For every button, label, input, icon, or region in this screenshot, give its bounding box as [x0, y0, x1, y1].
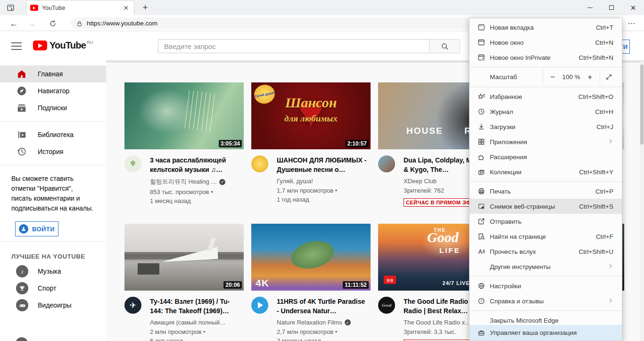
browser-tab-youtube[interactable]: YouTube ✕ — [26, 0, 134, 15]
settings-and-more-button[interactable]: ⋯ — [625, 17, 638, 29]
maximize-button[interactable] — [601, 0, 622, 15]
channel-avatar[interactable] — [124, 155, 141, 172]
back-button[interactable]: ← — [8, 17, 20, 30]
menu-item-more-tools[interactable]: Другие инструменты — [470, 259, 622, 274]
channel-name[interactable]: Авиация (самый полный… — [150, 319, 226, 326]
menu-item-settings[interactable]: Настройки — [470, 278, 622, 293]
sidebar-item-home[interactable]: Главная — [0, 65, 106, 82]
video-views: 2 млн просмотров • — [150, 328, 206, 335]
submenu-chevron-icon — [608, 263, 613, 270]
edge-menu: Новая вкладка Ctrl+T Новое окно Ctrl+N Н… — [469, 18, 622, 341]
menu-item-favorites[interactable]: Избранное Ctrl+Shift+O — [470, 89, 622, 104]
page-scrollbar[interactable] — [640, 62, 644, 341]
video-views: 1,7 млн просмотров • — [277, 187, 337, 194]
menu-shortcut: Ctrl+T — [596, 24, 613, 31]
share-icon — [477, 218, 485, 226]
menu-item-managed-by-organization[interactable]: Управляет ваша организация — [470, 325, 622, 341]
channel-avatar[interactable]: ✈ — [124, 297, 141, 314]
sidebar-item-subscriptions[interactable]: Подписки — [0, 99, 106, 116]
channel-name[interactable]: The Good Life Radio x… — [404, 319, 471, 326]
channel-avatar[interactable] — [251, 297, 268, 314]
submenu-chevron-icon — [608, 138, 613, 146]
forward-button[interactable]: → — [25, 17, 38, 30]
video-thumbnail[interactable]: 4K 11:11:52 — [251, 224, 371, 291]
channel-avatar[interactable] — [378, 155, 395, 172]
scrollbar-thumb[interactable] — [640, 65, 644, 145]
tab-actions-icon — [7, 4, 15, 12]
refresh-button[interactable] — [47, 17, 59, 30]
video-age: 1 месяц назад — [150, 197, 191, 204]
channel-name[interactable]: Гуляй, душа! — [277, 178, 313, 185]
video-age: 6 лет назад — [150, 337, 183, 341]
menu-label: Управляет ваша организация — [490, 329, 613, 336]
zoom-out-button[interactable]: − — [545, 73, 560, 82]
menu-label: Приложения — [490, 138, 604, 146]
zoom-in-button[interactable]: + — [582, 73, 597, 82]
sidebar-item-sport[interactable]: Спорт — [0, 280, 106, 297]
youtube-logo[interactable]: YouTube RU — [33, 41, 93, 50]
zoom-separator — [600, 69, 600, 85]
read-aloud-icon — [477, 248, 485, 256]
sidebar-item-explore[interactable]: Навигатор — [0, 82, 106, 99]
tab-actions-button[interactable] — [6, 3, 15, 12]
compass-icon — [16, 85, 27, 97]
duration-badge: 2:10:57 — [346, 140, 369, 147]
menu-shortcut: Ctrl+Shift+O — [578, 93, 613, 100]
menu-item-share[interactable]: Отправить — [470, 214, 622, 229]
new-tab-button[interactable]: + — [139, 2, 151, 13]
channel-avatar[interactable]: Good — [378, 297, 395, 314]
harp-strings — [184, 90, 216, 132]
menu-shortcut: Ctrl+P — [595, 188, 613, 195]
menu-item-web-capture[interactable]: Снимок веб-страницы Ctrl+Shift+S — [470, 199, 622, 214]
menu-item-downloads[interactable]: Загрузки Ctrl+J — [470, 119, 622, 134]
channel-avatar[interactable] — [251, 155, 268, 172]
sidebar-item-history[interactable]: История — [0, 143, 106, 160]
menu-item-help-and-feedback[interactable]: ? Справка и отзывы — [470, 293, 622, 309]
menu-item-new-tab[interactable]: Новая вкладка Ctrl+T — [470, 20, 622, 35]
sidebar-item-library[interactable]: Библиотека — [0, 126, 106, 143]
menu-item-print[interactable]: Печать Ctrl+P — [470, 184, 622, 199]
menu-item-history[interactable]: Журнал Ctrl+H — [470, 104, 622, 119]
minimize-button[interactable] — [579, 0, 601, 15]
menu-item-extensions[interactable]: Расширения — [470, 149, 622, 164]
menu-item-read-aloud[interactable]: Прочесть вслух Ctrl+Shift+U — [470, 244, 622, 259]
thumb-text-life: LIFE — [439, 246, 461, 254]
channel-name[interactable]: 힐링트리뮤직 Healing … — [150, 178, 217, 186]
video-thumbnail[interactable]: 20:06 — [124, 224, 244, 291]
url-text: https://www.youtube.com — [87, 20, 157, 27]
video-title[interactable]: ШАНСОН ДЛЯ ЛЮБИМЫХ - Душевные песни о… — [277, 155, 369, 174]
sidebar-item-partial[interactable] — [16, 337, 28, 341]
menu-label: Расширения — [490, 154, 613, 161]
tab-close-icon[interactable]: ✕ — [122, 4, 130, 12]
sidebar-item-music[interactable]: ♪ Музыка — [0, 263, 106, 280]
menu-label: Настройки — [490, 283, 613, 290]
menu-item-find-on-page[interactable]: Найти на странице Ctrl+F — [470, 229, 622, 244]
menu-item-apps[interactable]: Приложения — [470, 134, 622, 149]
fullscreen-button[interactable] — [602, 73, 616, 81]
sidebar-item-gaming[interactable]: Видеоигры — [0, 297, 106, 314]
video-card: 20:06 ✈ Ту-144: Взлет (1969) / Tu-144: T… — [124, 224, 244, 341]
signin-button[interactable]: ВОЙТИ — [15, 221, 58, 236]
verified-icon: ✓ — [219, 179, 225, 185]
search-button[interactable] — [429, 39, 460, 53]
close-button[interactable]: ✕ — [622, 0, 644, 15]
video-thumbnail[interactable]: 3:05:34 — [124, 82, 244, 149]
search-input[interactable] — [158, 40, 440, 53]
sidebar-label: История — [38, 148, 63, 155]
menu-item-new-inprivate-window[interactable]: Новое окно InPrivate Ctrl+Shift+N — [470, 50, 622, 65]
video-title[interactable]: 3 часа расслабляющей кельтской музыки ♫… — [150, 155, 242, 174]
video-card: 4K 11:11:52 11HRS of 4K Turtle Paradise … — [251, 224, 371, 341]
new-window-icon — [477, 39, 485, 47]
video-thumbnail[interactable]: ♥ Шансон для любимых Гуляй душа! 2:10:57 — [251, 82, 371, 149]
channel-name[interactable]: Nature Relaxation Films — [277, 319, 342, 326]
guide-menu-button[interactable] — [11, 41, 22, 51]
channel-name[interactable]: XDeep Club — [404, 178, 437, 185]
compass-glyph — [17, 86, 27, 96]
duration-badge: 11:11:52 — [343, 281, 369, 289]
sidebar-divider — [0, 241, 106, 242]
menu-item-new-window[interactable]: Новое окно Ctrl+N — [470, 35, 622, 50]
video-title[interactable]: 11HRS of 4K Turtle Paradise - Undersea N… — [277, 297, 369, 316]
menu-item-collections[interactable]: Коллекции Ctrl+Shift+Y — [470, 164, 622, 179]
video-title[interactable]: Ту-144: Взлет (1969) / Tu-144: The Takeo… — [150, 297, 242, 316]
signin-label: ВОЙТИ — [32, 226, 55, 233]
